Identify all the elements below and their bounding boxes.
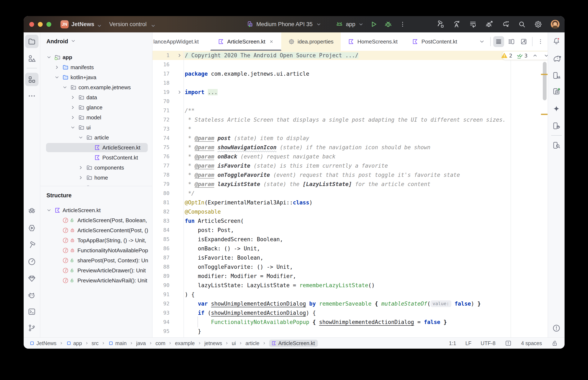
line-separator-widget[interactable]: LF: [465, 340, 471, 346]
hidden-tabs-button[interactable]: [476, 36, 487, 47]
split-view-button[interactable]: [506, 36, 517, 47]
code-line[interactable]: 17package com.example.jetnews.ui.article: [153, 69, 547, 78]
structure-item[interactable]: fTopAppBar(String, () -> Unit,: [41, 235, 152, 245]
project-tree-item[interactable]: app: [41, 52, 152, 62]
run-button[interactable]: [369, 16, 378, 32]
line-number[interactable]: 94: [153, 318, 183, 327]
code-line[interactable]: 16: [153, 60, 547, 69]
project-tree-item[interactable]: ui: [41, 122, 152, 133]
gradle-tool-button[interactable]: [550, 52, 563, 65]
code-line[interactable]: 70: [153, 97, 547, 106]
breadcrumb-item[interactable]: JetNews: [29, 340, 57, 346]
project-tree-item[interactable]: home: [41, 173, 152, 183]
breadcrumb-item[interactable]: main: [108, 340, 127, 346]
problems-tool-button[interactable]: [550, 322, 563, 335]
run-configuration[interactable]: app: [335, 16, 364, 32]
search-everywhere-button[interactable]: [518, 20, 526, 28]
editor-tab[interactable]: lanceAppWidget.kt: [153, 32, 210, 51]
device-selector[interactable]: Medium Phone API 35: [246, 16, 322, 32]
code-line[interactable]: 18: [153, 78, 547, 88]
editor-options-button[interactable]: [535, 36, 546, 47]
breadcrumb-item[interactable]: example: [175, 340, 195, 346]
breadcrumb-item[interactable]: jetnews: [204, 340, 222, 346]
structure-item[interactable]: fPreviewArticleNavRail(): Unit: [41, 275, 152, 285]
caret-position-widget[interactable]: 1:1: [449, 340, 456, 346]
code-line[interactable]: 94 FunctionalityNotAvailablePopup { show…: [153, 318, 547, 327]
project-tool-button[interactable]: [25, 35, 39, 48]
project-tree-item[interactable]: [41, 183, 152, 186]
breadcrumb-item[interactable]: app: [66, 340, 82, 346]
notifications-button[interactable]: [550, 35, 563, 48]
close-window-button[interactable]: [29, 22, 34, 27]
debug-button[interactable]: [384, 16, 392, 32]
line-number[interactable]: 92: [153, 299, 183, 308]
attach-debugger-button[interactable]: [485, 20, 493, 28]
apply-changes-button[interactable]: [452, 20, 461, 28]
structure-item[interactable]: ArticleScreen.kt: [41, 205, 152, 215]
line-number[interactable]: 83: [153, 216, 183, 226]
editor-tab[interactable]: idea.properties: [281, 32, 341, 51]
code-line[interactable]: 81@OptIn(ExperimentalMaterial3Api::class…: [153, 198, 547, 207]
project-tree-item[interactable]: article: [41, 133, 152, 143]
line-number[interactable]: 19: [153, 88, 183, 97]
code-line[interactable]: 75 * @param showNavigationIcon (state) i…: [153, 143, 547, 152]
project-tree-item[interactable]: kotlin+java: [41, 72, 152, 82]
gemini-tool-button[interactable]: [550, 102, 563, 115]
build-button[interactable]: [436, 20, 445, 28]
line-number[interactable]: 16: [153, 60, 183, 69]
project-chevron-icon[interactable]: [96, 22, 102, 30]
minimize-window-button[interactable]: [38, 22, 43, 27]
design-view-button[interactable]: [518, 36, 529, 47]
profiler-tool-button[interactable]: [25, 255, 39, 268]
structure-item[interactable]: fPreviewArticleDrawer(): Unit: [41, 266, 152, 275]
line-number[interactable]: 81: [153, 198, 183, 207]
logcat-tool-button[interactable]: [25, 289, 39, 302]
editor-tab[interactable]: HomeScreens.kt: [341, 32, 405, 51]
fold-marker[interactable]: [176, 88, 183, 97]
line-number[interactable]: 84: [153, 226, 183, 235]
code-line[interactable]: 76 * @param onBack (event) request navig…: [153, 152, 547, 161]
line-number[interactable]: 88: [153, 262, 183, 271]
structure-item[interactable]: fFunctionalityNotAvailablePop: [41, 245, 152, 255]
running-devices-tool-button[interactable]: [25, 221, 39, 235]
line-number[interactable]: 72: [153, 115, 183, 124]
code-view-button[interactable]: [493, 36, 504, 47]
structure-tool-button[interactable]: [25, 73, 39, 86]
project-tree-item[interactable]: components: [41, 163, 152, 173]
line-number[interactable]: 76: [153, 152, 183, 161]
line-number[interactable]: 85: [153, 235, 183, 244]
code-line[interactable]: 82@Composable: [153, 207, 547, 216]
line-number[interactable]: 95: [153, 327, 183, 336]
structure-item[interactable]: fArticleScreen(Post, Boolean,: [41, 215, 152, 225]
code-line[interactable]: 95 }: [153, 327, 547, 336]
vcs-menu[interactable]: Version control: [109, 16, 147, 32]
more-actions-button[interactable]: [399, 16, 406, 32]
apply-code-changes-button[interactable]: [469, 20, 477, 28]
editor-tab[interactable]: PostContent.kt: [405, 32, 464, 51]
code-line[interactable]: 80 */: [153, 189, 547, 198]
zoom-window-button[interactable]: [46, 22, 51, 27]
code-line[interactable]: 88 onToggleFavorite: () -> Unit,: [153, 262, 547, 271]
line-number[interactable]: 89: [153, 271, 183, 281]
device-mirroring-tool-button[interactable]: [550, 119, 563, 133]
breadcrumb-item[interactable]: src: [92, 340, 99, 346]
code-line[interactable]: 93 if (showUnimplementedActionDialog) {: [153, 308, 547, 318]
warning-mark-1[interactable]: [541, 74, 547, 75]
code-line[interactable]: 19import ...: [153, 88, 547, 97]
code-editor[interactable]: 1/ Copyright 2020 The Android Open Sourc…: [153, 51, 547, 337]
user-avatar[interactable]: [550, 19, 560, 29]
device-explorer-tool-button[interactable]: [550, 139, 563, 152]
line-number[interactable]: 17: [153, 69, 183, 78]
build-tool-button[interactable]: [25, 238, 39, 252]
line-number[interactable]: 77: [153, 161, 183, 170]
line-number[interactable]: 82: [153, 207, 183, 216]
code-line[interactable]: 85 isExpandedScreen: Boolean,: [153, 235, 547, 244]
line-number[interactable]: 87: [153, 253, 183, 262]
line-number[interactable]: 74: [153, 133, 183, 143]
line-number[interactable]: 1: [153, 51, 183, 60]
line-number[interactable]: 79: [153, 180, 183, 189]
project-name[interactable]: JetNews: [71, 16, 94, 32]
resource-manager-tool-button[interactable]: [25, 52, 39, 65]
app-inspection-tool-button[interactable]: [25, 272, 39, 285]
line-number[interactable]: 18: [153, 78, 183, 88]
